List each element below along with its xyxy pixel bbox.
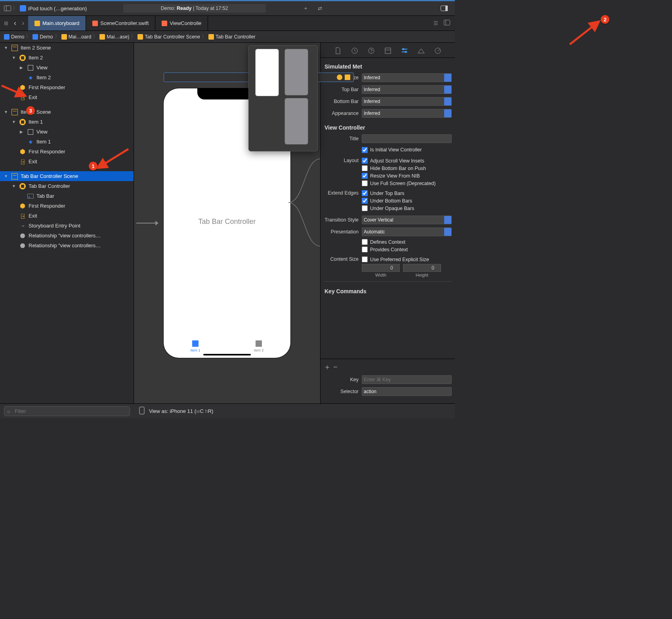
attributes-inspector-icon[interactable]	[401, 47, 409, 55]
inspector-tabs[interactable]: ?	[321, 43, 455, 58]
outline-row[interactable]: ★Item 1	[0, 137, 134, 147]
disclosure-icon[interactable]: ▼	[4, 46, 9, 50]
canvas-minimap[interactable]	[248, 45, 318, 151]
back-icon[interactable]: ‹	[14, 19, 16, 27]
key-field[interactable]	[362, 375, 452, 384]
size-inspector-icon[interactable]	[417, 47, 425, 55]
adjust-editor-icon[interactable]	[444, 20, 450, 27]
outline-row[interactable]: ▼Item 2	[0, 53, 134, 63]
add-icon[interactable]: ＋	[302, 5, 309, 12]
outline-item-icon: ★	[27, 74, 34, 81]
canvas-view-label: Tab Bar Controller	[164, 218, 290, 226]
help-inspector-icon[interactable]: ?	[367, 47, 375, 55]
run-arrows-icon[interactable]: ⇄	[316, 5, 323, 12]
transition-style-select[interactable]: Cover Vertical	[362, 216, 452, 224]
device-config-icon[interactable]	[139, 407, 145, 416]
inspector-checkbox[interactable]	[362, 173, 368, 179]
connections-inspector-icon[interactable]	[434, 47, 442, 55]
outline-row[interactable]: Tab Bar	[0, 191, 134, 201]
selector-field[interactable]	[362, 387, 452, 396]
related-items-icon[interactable]: ⊞	[4, 20, 8, 26]
outline-item-icon	[11, 44, 18, 52]
disclosure-icon[interactable]: ▶	[20, 130, 25, 134]
outline-row[interactable]: ⬢First Responder	[0, 201, 134, 211]
inspector-checkbox[interactable]	[362, 198, 368, 204]
remove-key-command-icon[interactable]: −	[333, 363, 340, 371]
outline-row[interactable]: →Storyboard Entry Point	[0, 221, 134, 231]
add-key-command-icon[interactable]: ＋	[324, 363, 333, 371]
breadcrumb-item[interactable]: Mai…ase)	[99, 34, 129, 40]
editor-tab[interactable]: SceneController.swift	[86, 16, 155, 31]
presentation-select[interactable]: Automatic	[362, 227, 452, 236]
outline-item-label: Exit	[29, 94, 37, 100]
breadcrumb-item[interactable]: Demo	[32, 34, 53, 40]
title-field[interactable]	[362, 134, 452, 143]
outline-row[interactable]: ★Item 2	[0, 73, 134, 82]
sim-metric-select[interactable]: Inferred	[362, 85, 452, 94]
content-size-label: Content Size	[324, 256, 362, 262]
panel-toggle-icon[interactable]	[441, 5, 448, 12]
outline-row[interactable]: Relationship "view controllers…	[0, 241, 134, 250]
breadcrumb-item[interactable]: Demo	[4, 34, 24, 40]
outline-item-label: Tab Bar Controller Scene	[21, 173, 78, 179]
disclosure-icon[interactable]: ▼	[12, 55, 17, 60]
sim-metric-select[interactable]: Inferred	[362, 109, 452, 118]
outline-item-icon: ⍈	[19, 94, 26, 101]
disclosure-icon[interactable]: ▼	[4, 174, 9, 178]
outline-row[interactable]: ▼Item 1 Scene	[0, 107, 134, 117]
document-outline[interactable]: 1 ▼Item 2 Scene▼Item 2▶View★Item 2⬢First…	[0, 43, 134, 403]
file-icon	[34, 21, 40, 26]
sim-metric-select[interactable]: Inferred	[362, 73, 452, 82]
breadcrumb-item[interactable]: Mai…oard	[61, 34, 92, 40]
inspector-checkbox[interactable]	[362, 239, 368, 245]
breadcrumb-item[interactable]: Tab Bar Controller Scene	[137, 34, 200, 40]
inspector-checkbox[interactable]	[362, 180, 368, 186]
outline-row[interactable]: ⍈Exit	[0, 211, 134, 221]
width-field[interactable]	[362, 264, 400, 272]
outline-row[interactable]: ⍈Exit	[0, 157, 134, 166]
outline-row[interactable]: Relationship "view controllers…	[0, 231, 134, 241]
preferred-size-checkbox[interactable]	[362, 256, 368, 262]
window-controls-icon[interactable]	[4, 5, 11, 12]
file-inspector-icon[interactable]	[334, 47, 342, 55]
sim-metric-select[interactable]: Inferred	[362, 97, 452, 106]
disclosure-icon[interactable]: ▼	[4, 110, 9, 114]
outline-row[interactable]: ▼Item 1	[0, 117, 134, 127]
outline-row[interactable]: ▼Item 2 Scene	[0, 43, 134, 53]
outline-row[interactable]: ⬢First Responder	[0, 147, 134, 157]
jump-bar[interactable]: Demo〉Demo〉Mai…oard〉Mai…ase)〉Tab Bar Cont…	[0, 31, 455, 43]
outline-item-icon	[19, 54, 26, 61]
history-inspector-icon[interactable]	[351, 47, 359, 55]
initial-vc-checkbox[interactable]	[362, 147, 368, 153]
outline-row[interactable]: ▼Tab Bar Controller Scene	[0, 171, 134, 181]
outline-filter-input[interactable]	[4, 406, 130, 416]
inspector-check-label: Hide Bottom Bar on Push	[370, 166, 426, 171]
inspector-checkbox[interactable]	[362, 165, 368, 171]
breadcrumb-item[interactable]: Tab Bar Controller	[208, 34, 256, 40]
disclosure-icon[interactable]: ▼	[12, 120, 17, 124]
outline-row[interactable]: ▶View	[0, 127, 134, 137]
outline-row[interactable]: ⬢First Responder	[0, 82, 134, 92]
disclosure-icon[interactable]: ▶	[20, 65, 25, 70]
inspector-checkbox[interactable]	[362, 246, 368, 252]
inspector-checkbox[interactable]	[362, 158, 368, 164]
scheme-device-label[interactable]: iPod touch (…generation)	[28, 6, 87, 11]
identity-inspector-icon[interactable]	[384, 47, 392, 55]
outline-row[interactable]: ▼Tab Bar Controller	[0, 181, 134, 191]
scheme-icon[interactable]	[19, 5, 27, 12]
disclosure-icon[interactable]: ▼	[12, 184, 17, 188]
inspector-checkbox[interactable]	[362, 190, 368, 196]
device-notch	[197, 88, 257, 99]
inspector-checkbox[interactable]	[362, 205, 368, 211]
editor-tab[interactable]: ViewControlle	[155, 16, 208, 31]
view-controller-header: View Controller	[324, 122, 452, 134]
view-as-label[interactable]: View as: iPhone 11 (wC hR)	[149, 408, 213, 414]
outline-item-label: Exit	[29, 213, 37, 219]
outline-toggle-icon[interactable]: ☰	[433, 20, 438, 26]
outline-row[interactable]: ▶View	[0, 63, 134, 73]
height-field[interactable]	[403, 264, 441, 272]
editor-tab[interactable]: Main.storyboard	[28, 16, 86, 31]
outline-row[interactable]: ⍈Exit	[0, 92, 134, 102]
storyboard-canvas[interactable]: Tab Bar Controller Item 1Item 2	[134, 43, 320, 403]
forward-icon[interactable]: ›	[22, 19, 24, 27]
